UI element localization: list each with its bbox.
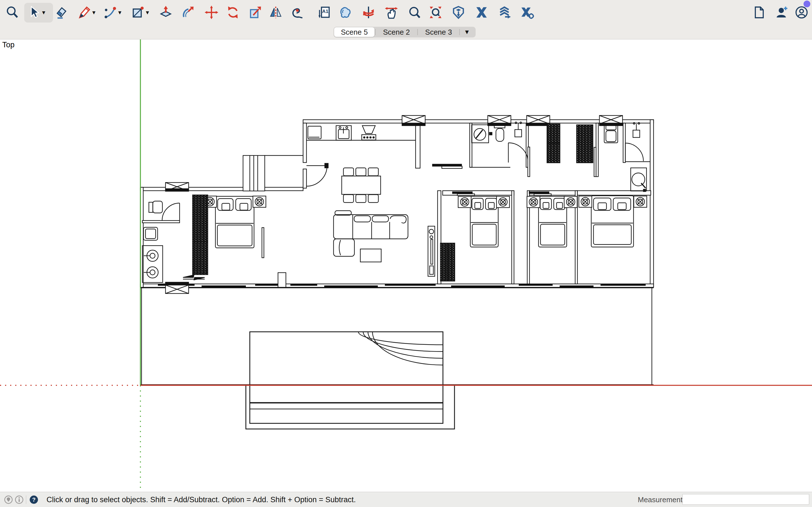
staircase [243, 156, 265, 191]
bed-3 [539, 196, 567, 247]
measurements-input[interactable] [682, 494, 809, 505]
sofa [334, 211, 408, 256]
orbit-tool-icon[interactable] [361, 5, 376, 20]
zoom-extents-tool-icon[interactable] [428, 5, 443, 20]
shapes-dropdown-caret-icon[interactable]: ▼ [144, 10, 151, 16]
swimming-pool [246, 332, 455, 429]
select-tool-icon[interactable] [27, 5, 42, 20]
dimensions-tool-icon[interactable]: A1 [317, 5, 332, 20]
line-tool-icon[interactable] [77, 5, 92, 20]
bathroom-1 [472, 122, 528, 163]
scene-tabs-overflow-icon[interactable]: ▼ [460, 29, 476, 36]
arc-tool-icon[interactable] [103, 5, 118, 20]
extension-warehouse-tool-icon[interactable] [474, 5, 489, 20]
notification-dot [804, 1, 810, 7]
arc-dropdown-caret-icon[interactable]: ▼ [117, 10, 123, 16]
shapes-tool-icon[interactable] [131, 5, 146, 20]
sketchup-window: { "toolbar": { "background": "#edebe8", … [0, 0, 812, 507]
bed-2 [470, 196, 498, 247]
measurements-label: Measurements [638, 492, 686, 507]
daybed [604, 124, 618, 143]
zoom-tool-icon[interactable] [407, 5, 421, 20]
scene-tab-scene-2[interactable]: Scene 2 [376, 27, 416, 37]
rotate-tool-icon[interactable] [225, 5, 240, 20]
washing-machine [472, 125, 492, 143]
credits-info-icon[interactable] [15, 495, 24, 504]
pool-steps [358, 332, 443, 365]
view-label: Top [2, 41, 15, 49]
shower-2 [631, 168, 647, 191]
bath-door [162, 203, 180, 221]
sink-2 [633, 122, 640, 137]
twin-basins [142, 245, 163, 283]
door-2 [625, 143, 644, 161]
svg-text:A1: A1 [322, 8, 329, 14]
window-pier [278, 273, 286, 287]
share-model-tool-icon[interactable] [497, 5, 512, 20]
scene-tab-scene-3[interactable]: Scene 3 [418, 27, 459, 37]
search-tool-icon[interactable] [5, 5, 19, 20]
wall-lights [204, 196, 647, 208]
flip-tool-icon[interactable] [268, 5, 283, 20]
kitchen-sink [336, 126, 351, 140]
help-icon[interactable]: ? [29, 495, 38, 504]
ceiling-fan [183, 275, 205, 280]
floor-plan[interactable] [0, 40, 812, 492]
sink-1 [515, 122, 522, 137]
sliding-doors [262, 147, 596, 264]
follow-me-tool-icon[interactable] [181, 5, 195, 20]
extension-manager-tool-icon[interactable] [520, 5, 535, 20]
push-pull-tool-icon[interactable] [158, 5, 173, 20]
scene-tab-scene-5[interactable]: Scene 5 [334, 27, 374, 37]
tab-separator [375, 29, 375, 35]
toilet [149, 201, 162, 213]
coffee-table [360, 249, 381, 262]
door-1 [508, 143, 528, 163]
new-document-icon[interactable] [753, 6, 766, 19]
geolocation-status-icon[interactable] [4, 495, 13, 504]
status-message: Click or drag to select objects. Shift =… [47, 492, 356, 507]
scale-tool-icon[interactable] [248, 5, 263, 20]
pan-tool-icon[interactable] [384, 5, 399, 20]
eraser-tool-icon[interactable] [54, 5, 68, 20]
drawing-axes [0, 40, 812, 492]
scene-tabs: Scene 5Scene 2Scene 3▼ [334, 27, 476, 38]
select-dropdown-caret-icon[interactable]: ▼ [41, 10, 47, 16]
status-divider [26, 496, 26, 504]
terrace [140, 287, 654, 385]
bed-4 [591, 196, 633, 247]
add-collaborator-icon[interactable] [775, 6, 789, 19]
entry-door [306, 163, 328, 186]
move-tool-icon[interactable] [204, 5, 219, 20]
3d-warehouse-tool-icon[interactable] [451, 5, 466, 20]
main-toolbar: ▼▼▼▼A1 [0, 0, 812, 25]
account-icon[interactable] [795, 6, 808, 19]
cooktop [362, 126, 376, 140]
paint-bucket-tool-icon[interactable] [338, 5, 353, 20]
tape-measure-tool-icon[interactable] [290, 5, 304, 20]
status-bar: ? Click or drag to select objects. Shift… [0, 492, 812, 507]
bed-master [215, 196, 254, 248]
dining-set [342, 168, 380, 203]
shower-seat [144, 227, 158, 240]
svg-text:?: ? [32, 497, 36, 503]
toilet-1 [494, 124, 505, 142]
kitchen [306, 126, 416, 140]
bathroom-2 [625, 122, 647, 191]
tab-separator [417, 29, 418, 35]
model-viewport[interactable]: Top [0, 40, 812, 492]
scene-tab-strip: Scene 5Scene 2Scene 3▼ [0, 25, 812, 40]
line-dropdown-caret-icon[interactable]: ▼ [91, 10, 97, 16]
